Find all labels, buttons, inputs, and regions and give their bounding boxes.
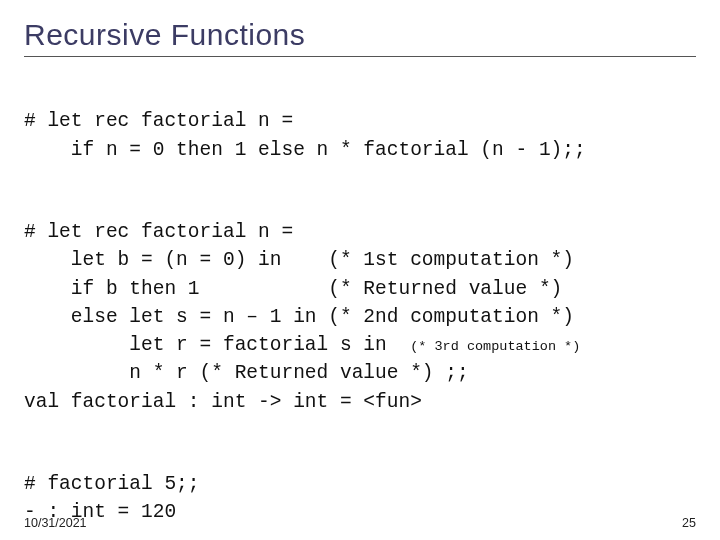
- footer: 10/31/2021 25: [24, 516, 696, 530]
- title-rule: [24, 56, 696, 57]
- code-line: n * r (* Returned value *) ;;: [24, 362, 469, 384]
- code-line: if n = 0 then 1 else n * factorial (n - …: [24, 139, 586, 161]
- page-title: Recursive Functions: [24, 18, 696, 52]
- code-block-1: # let rec factorial n = if n = 0 then 1 …: [24, 79, 696, 164]
- code-line: let r = factorial s in: [24, 334, 410, 356]
- code-line: val factorial : int -> int = <fun>: [24, 391, 422, 413]
- code-line: # let rec factorial n =: [24, 221, 293, 243]
- code-block-3: # factorial 5;; - : int = 120: [24, 442, 696, 527]
- code-comment-small: (* 3rd computation *): [410, 339, 580, 354]
- code-line: # factorial 5;;: [24, 473, 200, 495]
- code-line: # let rec factorial n =: [24, 110, 293, 132]
- code-line: if b then 1 (* Returned value *): [24, 278, 562, 300]
- code-line: else let s = n – 1 in (* 2nd computation…: [24, 306, 574, 328]
- code-line: let b = (n = 0) in (* 1st computation *): [24, 249, 574, 271]
- code-block-2: # let rec factorial n = let b = (n = 0) …: [24, 190, 696, 416]
- footer-date: 10/31/2021: [24, 516, 87, 530]
- footer-page-number: 25: [682, 516, 696, 530]
- slide: Recursive Functions # let rec factorial …: [0, 0, 720, 540]
